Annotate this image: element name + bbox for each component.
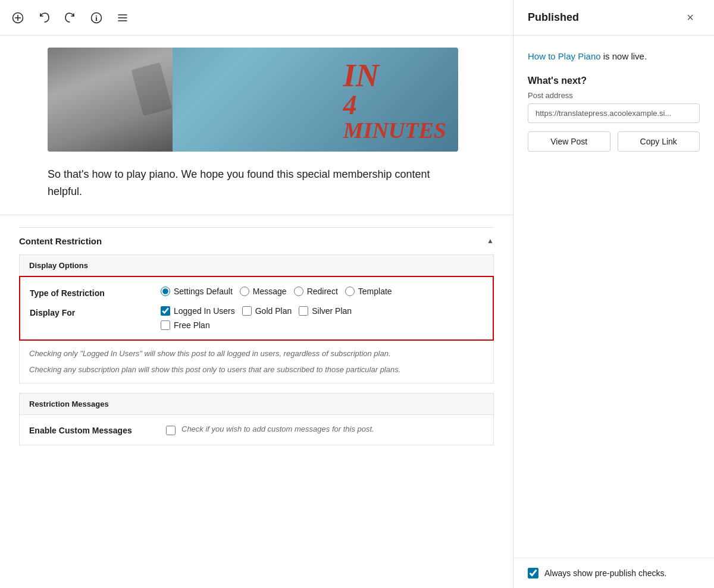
post-body-text: So that's how to play piano. We hope you… — [48, 166, 465, 200]
restriction-box: Type of Restriction Settings Default Mes… — [19, 276, 494, 341]
custom-messages-row: Enable Custom Messages Check if you wish… — [19, 415, 494, 445]
content-restriction-panel: Content Restriction ▲ Display Options Ty… — [0, 227, 513, 445]
post-address-input[interactable] — [528, 103, 700, 123]
view-post-button[interactable]: View Post — [528, 131, 610, 152]
panel-collapse-button[interactable]: ▲ — [487, 237, 494, 245]
add-block-button[interactable] — [7, 7, 29, 29]
sidebar-header: Published × — [513, 0, 714, 36]
always-show-checkbox[interactable] — [528, 568, 538, 578]
display-for-row-1: Logged In Users Gold Plan Silver Plan — [161, 306, 352, 316]
panel-header: Content Restriction ▲ — [19, 227, 494, 254]
always-show-label: Always show pre-publish checks. — [544, 568, 666, 578]
custom-messages-label: Enable Custom Messages — [29, 425, 160, 435]
display-for-row-2: Free Plan — [161, 320, 352, 330]
redo-button[interactable] — [60, 7, 81, 29]
radio-template[interactable]: Template — [345, 287, 392, 296]
post-image-overlay-text: IN 4 MINUTES — [343, 59, 446, 142]
display-for-options: Logged In Users Gold Plan Silver Plan — [161, 306, 352, 330]
panel-title: Content Restriction — [19, 236, 102, 246]
display-for-row: Display For Logged In Users Gold Plan — [30, 306, 483, 330]
editor-content: IN 4 MINUTES So that's how to play piano… — [0, 36, 513, 588]
radio-redirect[interactable]: Redirect — [294, 287, 338, 296]
sidebar-title: Published — [528, 11, 579, 24]
close-button[interactable]: × — [681, 8, 700, 27]
live-status-text: How to Play Piano is now live. — [528, 50, 700, 64]
post-live-link[interactable]: How to Play Piano — [528, 51, 601, 61]
whats-next-heading: What's next? — [528, 76, 700, 86]
toolbar: i — [0, 0, 513, 36]
type-restriction-label: Type of Restriction — [30, 287, 161, 298]
radio-message[interactable]: Message — [240, 287, 287, 296]
right-sidebar: Published × How to Play Piano is now liv… — [513, 0, 714, 588]
checkbox-gold-plan[interactable]: Gold Plan — [242, 306, 292, 316]
sidebar-content: How to Play Piano is now live. What's ne… — [513, 36, 714, 558]
post-image: IN 4 MINUTES — [48, 48, 458, 152]
restriction-info-text: Checking only "Logged In Users" will sho… — [19, 341, 494, 383]
post-image-container: IN 4 MINUTES — [48, 36, 465, 152]
display-options-header: Display Options — [19, 254, 494, 276]
post-address-label: Post address — [528, 91, 700, 100]
custom-messages-desc: Check if you wish to add custom messages… — [181, 425, 374, 433]
checkbox-logged-in[interactable]: Logged In Users — [161, 306, 235, 316]
info-button[interactable]: i — [86, 7, 107, 29]
display-for-label: Display For — [30, 306, 161, 317]
editor-area: i IN 4 MINUTES — [0, 0, 513, 588]
menu-button[interactable] — [112, 7, 133, 29]
checkbox-free-plan[interactable]: Free Plan — [161, 320, 210, 330]
enable-custom-messages-checkbox[interactable] — [166, 426, 176, 435]
type-restriction-row: Type of Restriction Settings Default Mes… — [30, 287, 483, 298]
checkbox-silver-plan[interactable]: Silver Plan — [299, 306, 352, 316]
radio-settings-default[interactable]: Settings Default — [161, 287, 233, 296]
copy-link-button[interactable]: Copy Link — [618, 131, 700, 152]
type-restriction-options: Settings Default Message Redirect T — [161, 287, 392, 296]
restriction-messages-header: Restriction Messages — [19, 393, 494, 415]
svg-text:i: i — [95, 14, 98, 23]
undo-button[interactable] — [33, 7, 55, 29]
sidebar-footer: Always show pre-publish checks. — [513, 558, 714, 588]
action-buttons: View Post Copy Link — [528, 131, 700, 152]
